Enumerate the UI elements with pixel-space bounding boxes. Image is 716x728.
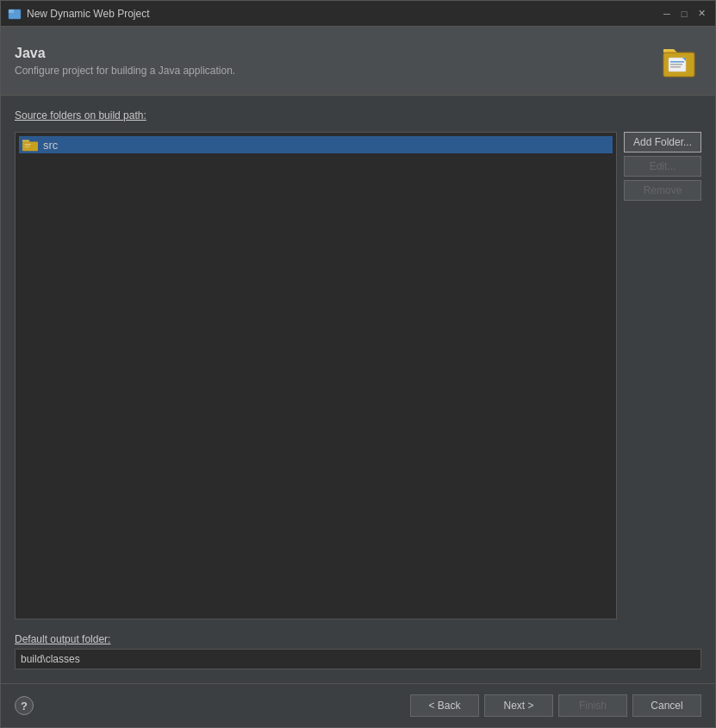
main-window: New Dynamic Web Project ─ □ ✕ Java Confi…: [0, 0, 716, 728]
svg-rect-9: [670, 66, 681, 68]
footer-buttons: < Back Next > Finish Cancel: [410, 694, 701, 717]
maximize-button[interactable]: □: [677, 7, 691, 21]
footer-left: ?: [15, 696, 34, 715]
remove-button[interactable]: Remove: [624, 180, 701, 201]
source-section-label: Source folders on build path:: [15, 109, 701, 121]
page-title: Java: [15, 46, 660, 61]
list-item[interactable]: src: [19, 136, 613, 153]
svg-rect-7: [670, 61, 684, 63]
edit-button[interactable]: Edit...: [624, 156, 701, 177]
content-area: Source folders on build path: src: [1, 96, 715, 683]
output-folder-input[interactable]: [15, 649, 701, 669]
svg-rect-8: [670, 64, 682, 65]
header-text: Java Configure project for building a Ja…: [15, 46, 660, 77]
src-folder-icon: [22, 138, 38, 152]
source-list-area: src Add Folder... Edit... Remove: [15, 132, 701, 619]
finish-button[interactable]: Finish: [558, 694, 627, 717]
help-button[interactable]: ?: [15, 696, 34, 715]
source-folder-list[interactable]: src: [15, 132, 617, 619]
back-button[interactable]: < Back: [410, 694, 479, 717]
page-subtitle: Configure project for building a Java ap…: [15, 65, 660, 77]
title-bar: New Dynamic Web Project ─ □ ✕: [1, 1, 715, 27]
window-controls: ─ □ ✕: [660, 7, 708, 21]
svg-marker-12: [22, 140, 30, 142]
window-title: New Dynamic Web Project: [27, 8, 660, 20]
add-folder-button[interactable]: Add Folder...: [624, 132, 701, 152]
svg-rect-11: [22, 141, 38, 151]
header-area: Java Configure project for building a Ja…: [1, 27, 715, 96]
close-button[interactable]: ✕: [694, 7, 708, 21]
footer-area: ? < Back Next > Finish Cancel: [1, 683, 715, 727]
minimize-button[interactable]: ─: [660, 7, 674, 21]
cancel-button[interactable]: Cancel: [632, 694, 701, 717]
side-buttons: Add Folder... Edit... Remove: [624, 132, 701, 619]
svg-marker-4: [663, 49, 677, 53]
window-icon: [8, 7, 22, 21]
svg-rect-14: [25, 146, 29, 147]
svg-rect-13: [25, 144, 31, 145]
output-section-label: Default output folder:: [15, 633, 701, 645]
output-section: Default output folder:: [15, 633, 701, 669]
header-icon: [660, 40, 701, 82]
src-folder-label: src: [43, 139, 58, 152]
next-button[interactable]: Next >: [484, 694, 553, 717]
